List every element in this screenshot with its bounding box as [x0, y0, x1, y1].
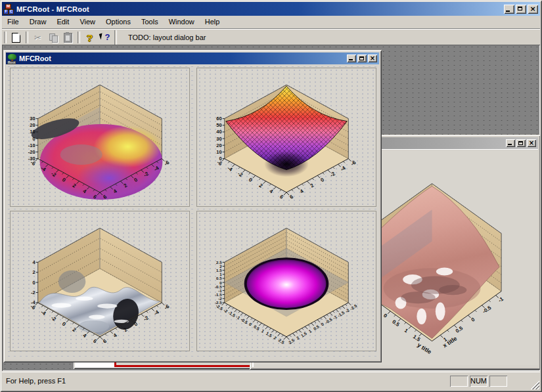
menu-item-window[interactable]: Window	[164, 16, 200, 28]
child2-maximize-button[interactable]	[516, 139, 526, 147]
svg-text:-6: -6	[350, 159, 357, 167]
svg-text:2: 2	[273, 336, 278, 341]
svg-text:-4: -4	[31, 299, 35, 305]
svg-text:60: 60	[216, 116, 221, 121]
maximize-button[interactable]	[516, 5, 526, 14]
child2-close-button[interactable]: ×	[527, 139, 536, 147]
svg-text:2: 2	[72, 326, 78, 333]
svg-text:20: 20	[30, 122, 35, 128]
svg-text:2: 2	[33, 269, 35, 275]
app-icon-block-c: C	[9, 9, 14, 14]
svg-text:0: 0	[133, 320, 139, 327]
plot-panel-top-right[interactable]: -6-4-202466420-2-4-66050403020100	[196, 68, 376, 207]
minimize-button[interactable]	[504, 5, 514, 14]
svg-text:4: 4	[112, 332, 118, 339]
svg-text:0: 0	[470, 316, 476, 323]
child2-minimize-button[interactable]	[506, 139, 515, 147]
dialog-bar-text: TODO: layout dialog bar	[128, 33, 206, 41]
child1-minimize-button[interactable]	[347, 54, 356, 62]
maximize-icon	[518, 7, 522, 11]
svg-text:4: 4	[33, 259, 36, 265]
window-title: MFCRoot - MFCRoot	[16, 5, 504, 13]
svg-text:30: 30	[30, 116, 35, 121]
svg-text:6: 6	[102, 338, 108, 344]
svg-text:-2: -2	[143, 315, 150, 322]
toolbar-gripper	[4, 32, 7, 43]
help-button[interactable]: ?	[82, 30, 97, 45]
menu-item-draw[interactable]: Draw	[24, 16, 52, 28]
plot-panel-top-left[interactable]: -6-4-202466420-2-4-63020100-10-20-30	[10, 68, 190, 207]
svg-text:0: 0	[61, 321, 67, 328]
svg-text:40: 40	[216, 129, 221, 135]
svg-text:1: 1	[308, 328, 313, 334]
app-icon[interactable]: M F C	[3, 4, 14, 14]
toolbar-separator	[78, 32, 80, 43]
app-icon-block-f: F	[3, 9, 9, 14]
app-icon-block-m: M	[5, 4, 11, 9]
plot-panel-bottom-right[interactable]: -2.5-2-1.5-1-0.500.511.522.52.521.510.50…	[196, 211, 376, 351]
svg-text:y title: y title	[416, 341, 432, 355]
menu-item-help[interactable]: Help	[200, 16, 225, 28]
svg-text:-4: -4	[153, 309, 160, 316]
context-help-button[interactable]: ?	[97, 30, 112, 45]
close-icon: ×	[528, 5, 538, 14]
minimize-icon	[508, 144, 512, 145]
svg-text:10: 10	[216, 149, 221, 155]
maximize-icon	[359, 56, 364, 60]
svg-text:4: 4	[268, 188, 274, 194]
menu-item-file[interactable]: File	[2, 16, 24, 28]
svg-text:-30: -30	[28, 156, 35, 162]
close-icon: ×	[527, 139, 536, 147]
svg-text:20: 20	[216, 142, 221, 148]
child1-title: MFCRoot	[19, 54, 347, 62]
cut-button[interactable]: ✂	[30, 30, 45, 45]
menu-item-tools[interactable]: Tools	[136, 16, 164, 28]
status-message: For Help, press F1	[3, 375, 466, 387]
new-document-button[interactable]	[9, 30, 24, 45]
svg-text:0: 0	[248, 177, 254, 183]
child1-title-bar[interactable]: Root MFCRoot ×	[6, 53, 379, 64]
new-document-icon	[12, 33, 20, 43]
close-button[interactable]: ×	[528, 5, 538, 14]
copy-button[interactable]	[45, 30, 60, 45]
maximize-icon	[518, 141, 523, 145]
paste-button[interactable]	[60, 30, 76, 45]
paste-icon	[64, 33, 72, 43]
svg-text:-20: -20	[28, 149, 35, 155]
svg-text:2: 2	[258, 183, 264, 189]
svg-text:1: 1	[261, 328, 265, 334]
child1-maximize-button[interactable]	[357, 54, 367, 62]
svg-text:0: 0	[219, 156, 222, 162]
svg-text:-2: -2	[31, 290, 35, 295]
status-pane-num: NUM	[470, 376, 487, 387]
root-tree-icon[interactable]: Root	[7, 54, 17, 64]
svg-text:-2.5: -2.5	[215, 300, 222, 305]
svg-text:-2: -2	[329, 171, 336, 179]
svg-text:-10: -10	[28, 142, 35, 148]
svg-text:2: 2	[296, 335, 300, 340]
toolbar-separator	[114, 30, 117, 45]
svg-text:0: 0	[33, 136, 35, 142]
svg-text:1: 1	[403, 328, 409, 334]
child1-close-button[interactable]: ×	[368, 54, 377, 62]
context-help-icon: ?	[100, 33, 110, 43]
menu-item-edit[interactable]: Edit	[51, 16, 74, 28]
copy-icon	[49, 33, 57, 42]
status-pane-cap	[450, 376, 468, 387]
resize-grip[interactable]	[530, 380, 539, 389]
minimize-icon	[506, 11, 510, 12]
svg-text:0: 0	[320, 322, 325, 327]
plot-panel-bottom-left[interactable]: -6-4-202466420-2-4-6420-2-4	[10, 211, 190, 351]
svg-text:0.5: 0.5	[455, 325, 464, 334]
svg-text:2: 2	[309, 182, 315, 188]
help-icon: ?	[87, 32, 93, 43]
svg-text:0: 0	[382, 313, 388, 319]
child1-client-area: -6-4-202466420-2-4-63020100-10-20-30 -6-…	[6, 64, 379, 360]
svg-text:10: 10	[30, 129, 35, 135]
menu-item-options[interactable]: Options	[101, 16, 136, 28]
title-bar[interactable]: M F C MFCRoot - MFCRoot ×	[2, 2, 540, 16]
child-window-mfcroot[interactable]: Root MFCRoot × -6-4-202466420-2-4-630201…	[3, 50, 382, 362]
status-pane-scrl	[489, 376, 507, 387]
svg-text:0: 0	[248, 322, 253, 327]
menu-item-view[interactable]: View	[74, 16, 101, 28]
